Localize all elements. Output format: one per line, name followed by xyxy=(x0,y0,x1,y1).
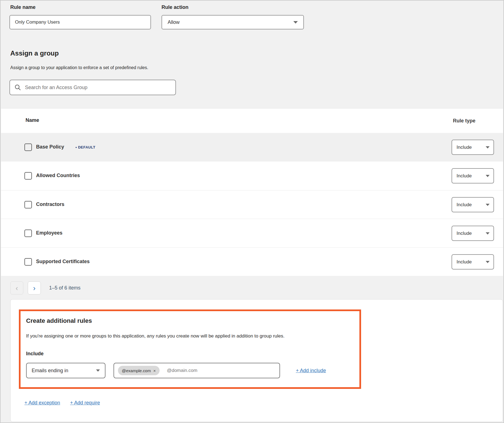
additional-rules-card: Create additional rules If you're assign… xyxy=(10,299,503,422)
row-checkbox[interactable] xyxy=(24,172,32,180)
row-checkbox[interactable] xyxy=(24,201,32,208)
table-row-supported-certificates: Supported Certificates Include xyxy=(1,247,503,276)
access-group-search[interactable] xyxy=(9,80,176,95)
rule-type-select[interactable]: Include xyxy=(452,140,494,155)
default-badge: • DEFAULT xyxy=(75,145,95,149)
chevron-down-icon xyxy=(486,261,490,263)
row-checkbox[interactable] xyxy=(24,143,32,151)
assign-group-description: Assign a group to your application to en… xyxy=(10,65,148,70)
rule-type-value: Include xyxy=(457,145,472,150)
rule-type-select[interactable]: Include xyxy=(452,168,494,183)
email-domain-text-input[interactable] xyxy=(167,368,276,373)
rule-type-value: Include xyxy=(457,259,472,265)
group-name: Contractors xyxy=(36,202,64,207)
rule-type-value: Include xyxy=(457,173,472,179)
rule-type-select[interactable]: Include xyxy=(452,197,494,212)
chip-label: @example.com xyxy=(122,368,151,373)
chevron-down-icon xyxy=(486,232,490,235)
rule-editor-page: Rule name Rule action Allow Assign a gro… xyxy=(0,0,504,423)
group-name: Supported Certificates xyxy=(36,259,90,265)
table-row-allowed-countries: Allowed Countries Include xyxy=(1,162,503,190)
highlighted-rules-section: Create additional rules If you're assign… xyxy=(19,309,361,389)
rule-condition-select[interactable]: Emails ending in xyxy=(26,363,105,378)
rule-action-links: + Add exception + Add require xyxy=(24,400,100,406)
chevron-down-icon xyxy=(486,175,490,177)
column-header-name: Name xyxy=(26,117,39,123)
add-include-link[interactable]: + Add include xyxy=(296,368,326,374)
add-require-link[interactable]: + Add require xyxy=(70,400,100,406)
rule-type-select[interactable]: Include xyxy=(452,254,494,270)
additional-rules-description: If you're assigning one or more groups t… xyxy=(26,333,356,339)
chevron-down-icon xyxy=(96,369,100,372)
chevron-down-icon xyxy=(293,21,298,24)
row-checkbox[interactable] xyxy=(24,258,32,266)
email-domains-input[interactable]: @example.com × xyxy=(114,363,280,378)
search-icon xyxy=(14,84,21,91)
rule-type-value: Include xyxy=(457,202,472,208)
rule-name-label: Rule name xyxy=(10,4,36,10)
table-row-contractors: Contractors Include xyxy=(1,190,503,219)
rule-condition-value: Emails ending in xyxy=(32,368,68,374)
search-input[interactable] xyxy=(25,85,171,90)
remove-chip-icon[interactable]: × xyxy=(153,369,156,373)
pagination: ‹ › 1–5 of 6 items xyxy=(10,281,80,294)
rule-type-value: Include xyxy=(457,231,472,236)
table-row-base-policy: Base Policy • DEFAULT Include xyxy=(1,133,503,162)
access-groups-table: Name Rule type Base Policy • DEFAULT Inc… xyxy=(1,108,503,276)
previous-page-button[interactable]: ‹ xyxy=(10,281,23,294)
column-header-rule-type: Rule type xyxy=(453,118,475,124)
group-name: Base Policy xyxy=(36,144,64,150)
chevron-left-icon: ‹ xyxy=(16,284,18,292)
chevron-right-icon: › xyxy=(33,284,36,292)
table-header-row: Name Rule type xyxy=(1,109,503,133)
add-exception-link[interactable]: + Add exception xyxy=(24,400,60,406)
rule-action-label: Rule action xyxy=(162,4,188,10)
rule-type-select[interactable]: Include xyxy=(452,226,494,241)
pagination-range-label: 1–5 of 6 items xyxy=(49,285,80,291)
group-name: Employees xyxy=(36,230,62,236)
additional-rules-heading: Create additional rules xyxy=(26,317,92,324)
email-domain-chip: @example.com × xyxy=(118,366,160,375)
row-checkbox[interactable] xyxy=(24,230,32,237)
rule-action-select[interactable]: Allow xyxy=(162,15,304,29)
next-page-button[interactable]: › xyxy=(28,281,41,294)
rule-name-input[interactable] xyxy=(9,15,151,29)
include-label: Include xyxy=(26,351,44,357)
group-name: Allowed Countries xyxy=(36,173,80,178)
chevron-down-icon xyxy=(486,204,490,206)
table-row-employees: Employees Include xyxy=(1,219,503,247)
rule-action-value: Allow xyxy=(168,19,180,25)
chevron-down-icon xyxy=(486,146,490,148)
assign-group-heading: Assign a group xyxy=(10,49,59,57)
